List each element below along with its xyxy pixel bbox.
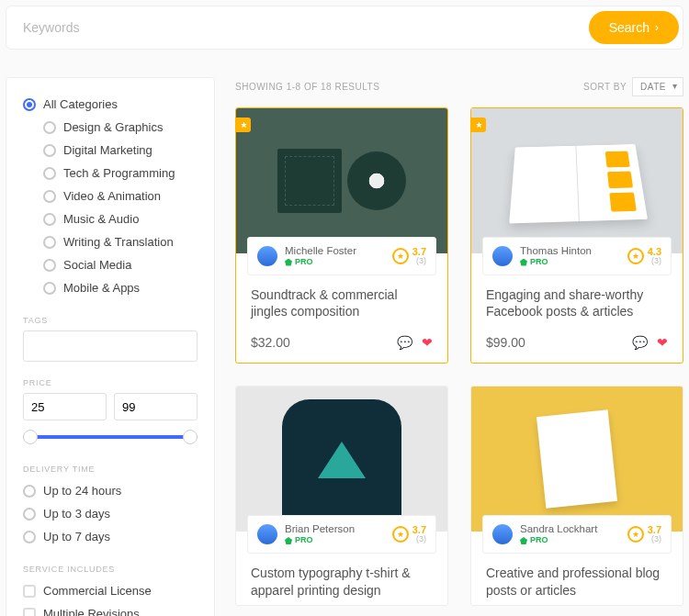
pro-badge: PRO xyxy=(285,536,385,545)
category-4[interactable]: Music & Audio xyxy=(23,207,198,230)
category-label: Writing & Translation xyxy=(63,235,174,249)
service-card-3[interactable]: Sandra LockhartPRO3.7(3)Creative and pro… xyxy=(470,386,683,605)
radio-icon xyxy=(43,259,56,272)
sort-label: SORT BY xyxy=(583,82,627,92)
radio-icon xyxy=(43,236,56,249)
search-button-label: Search xyxy=(609,20,649,35)
category-6[interactable]: Social Media xyxy=(23,253,198,276)
includes-heading: SERVICE INCLUDES xyxy=(23,565,198,574)
heart-icon[interactable]: ❤ xyxy=(657,335,668,350)
price-slider[interactable] xyxy=(23,426,198,448)
card-title: Engaging and share-worthy Facebook posts… xyxy=(471,275,683,327)
radio-icon xyxy=(43,190,56,203)
price-heading: PRICE xyxy=(23,378,198,387)
delivery-2[interactable]: Up to 7 days xyxy=(23,525,198,548)
service-card-0[interactable]: Michelle FosterPRO3.7(3)Soundtrack & com… xyxy=(235,107,448,364)
category-7[interactable]: Mobile & Apps xyxy=(23,276,198,299)
comment-icon[interactable]: 💬 xyxy=(397,335,412,350)
rating-count: (3) xyxy=(412,535,426,543)
delivery-label: Up to 3 days xyxy=(43,507,110,521)
category-all[interactable]: All Categories xyxy=(23,93,198,116)
seller-bar: Thomas HintonPRO4.3(3) xyxy=(482,237,672,275)
featured-badge xyxy=(471,118,486,132)
rating-count: (3) xyxy=(412,257,426,265)
star-icon xyxy=(627,248,644,264)
seller-bar: Michelle FosterPRO3.7(3) xyxy=(247,237,436,275)
include-0[interactable]: Commercial License xyxy=(23,579,198,602)
rating: 3.7(3) xyxy=(627,525,661,543)
avatar xyxy=(492,524,513,544)
radio-icon xyxy=(23,508,36,521)
star-icon xyxy=(392,248,409,264)
seller-name: Michelle Foster xyxy=(285,245,385,257)
include-label: Multiple Revisions xyxy=(43,607,140,616)
sort-select[interactable]: DATE xyxy=(632,77,683,96)
rating-count: (3) xyxy=(648,257,661,265)
rating: 4.3(3) xyxy=(627,247,661,265)
service-card-1[interactable]: Thomas HintonPRO4.3(3)Engaging and share… xyxy=(470,107,683,364)
search-input[interactable] xyxy=(23,20,589,35)
category-label: Tech & Programming xyxy=(63,166,175,180)
slider-thumb-max[interactable] xyxy=(183,430,198,444)
pro-badge: PRO xyxy=(520,536,620,545)
seller-name: Brian Peterson xyxy=(285,523,385,535)
radio-icon xyxy=(43,282,56,295)
category-3[interactable]: Video & Animation xyxy=(23,185,198,207)
category-label: Music & Audio xyxy=(63,212,139,226)
avatar xyxy=(257,524,277,544)
delivery-heading: DELIVERY TIME xyxy=(23,465,198,474)
card-title: Soundtrack & commercial jingles composit… xyxy=(236,275,447,327)
avatar xyxy=(492,246,513,266)
price-min-input[interactable] xyxy=(23,393,107,420)
search-bar: Search › xyxy=(6,6,683,50)
filter-sidebar: All Categories Design & GraphicsDigital … xyxy=(6,77,215,616)
radio-icon xyxy=(23,98,36,111)
comment-icon[interactable]: 💬 xyxy=(632,335,648,350)
sort-value: DATE xyxy=(640,82,666,92)
category-0[interactable]: Design & Graphics xyxy=(23,116,198,139)
search-button[interactable]: Search › xyxy=(589,11,679,44)
chevron-right-icon: › xyxy=(655,21,659,34)
delivery-label: Up to 7 days xyxy=(43,530,110,543)
include-1[interactable]: Multiple Revisions xyxy=(23,602,198,616)
radio-icon xyxy=(43,213,56,226)
tags-input[interactable] xyxy=(23,330,198,362)
category-label: Design & Graphics xyxy=(63,120,163,134)
category-label: Video & Animation xyxy=(63,189,161,203)
star-icon xyxy=(392,526,409,543)
price-max-input[interactable] xyxy=(114,393,198,420)
rating: 3.7(3) xyxy=(392,525,426,543)
tags-heading: TAGS xyxy=(23,316,198,325)
radio-icon xyxy=(23,485,36,498)
rating: 3.7(3) xyxy=(392,247,426,265)
delivery-1[interactable]: Up to 3 days xyxy=(23,502,198,525)
results-area: SHOWING 1-8 OF 18 RESULTS SORT BY DATE M… xyxy=(235,77,683,606)
category-2[interactable]: Tech & Programming xyxy=(23,162,198,185)
category-label: Mobile & Apps xyxy=(63,281,140,295)
card-title: Custom typography t-shirt & apparel prin… xyxy=(236,554,447,605)
featured-badge xyxy=(236,118,251,132)
category-label: Digital Marketing xyxy=(63,143,152,157)
delivery-0[interactable]: Up to 24 hours xyxy=(23,479,198,502)
results-count: SHOWING 1-8 OF 18 RESULTS xyxy=(235,82,379,92)
star-icon xyxy=(627,526,644,543)
heart-icon[interactable]: ❤ xyxy=(422,335,433,350)
category-1[interactable]: Digital Marketing xyxy=(23,139,198,162)
seller-bar: Sandra LockhartPRO3.7(3) xyxy=(482,515,672,554)
slider-thumb-min[interactable] xyxy=(23,430,38,444)
checkbox-icon xyxy=(23,608,36,617)
slider-track xyxy=(23,435,198,439)
category-label: Social Media xyxy=(63,258,131,272)
seller-name: Sandra Lockhart xyxy=(520,523,620,535)
include-label: Commercial License xyxy=(43,584,152,598)
price: $99.00 xyxy=(486,335,525,350)
pro-badge: PRO xyxy=(520,258,620,267)
radio-icon xyxy=(23,531,36,543)
category-label: All Categories xyxy=(43,97,118,111)
pro-badge: PRO xyxy=(285,258,385,267)
service-card-2[interactable]: Brian PetersonPRO3.7(3)Custom typography… xyxy=(235,386,448,605)
radio-icon xyxy=(43,121,56,134)
seller-bar: Brian PetersonPRO3.7(3) xyxy=(247,515,436,554)
category-5[interactable]: Writing & Translation xyxy=(23,230,198,253)
checkbox-icon xyxy=(23,585,36,598)
